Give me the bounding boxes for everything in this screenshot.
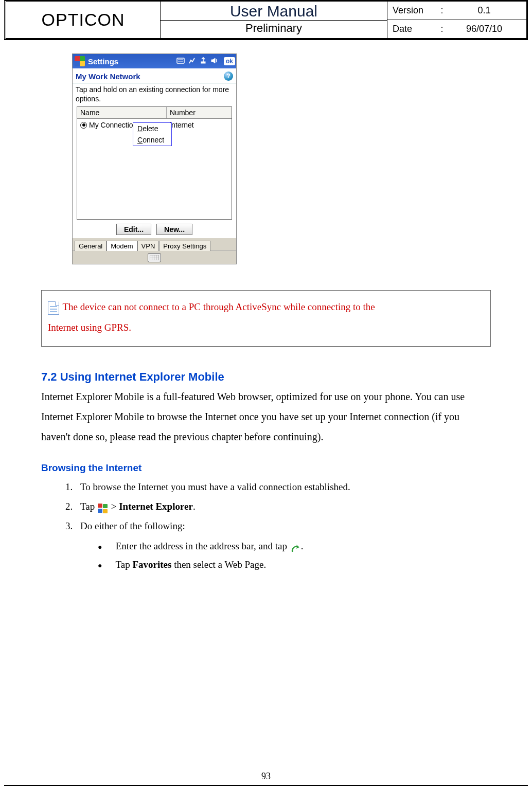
row-name: My Connection (89, 121, 137, 129)
window-titlebar: Settings ok (73, 54, 236, 68)
keyboard-icon[interactable] (148, 253, 161, 262)
meta-date-label: Date (393, 24, 437, 34)
step-1: To browse the Internet you must have a v… (75, 478, 491, 496)
svg-rect-7 (103, 509, 108, 513)
svg-rect-4 (98, 504, 102, 508)
doc-subtitle: Preliminary (161, 21, 387, 38)
sip-icon[interactable] (176, 57, 185, 66)
settings-screenshot: Settings ok (72, 53, 237, 264)
svg-rect-6 (98, 509, 102, 513)
signal-icon[interactable] (199, 57, 207, 66)
tab-proxy-settings[interactable]: Proxy Settings (159, 241, 210, 251)
meta-version-value: 0.1 (447, 5, 521, 16)
footer-rule (4, 785, 528, 786)
note-text-line1: The device can not connect to a PC throu… (60, 301, 375, 312)
instruction-text: Tap and hold on an existing connection f… (73, 83, 236, 106)
tab-bar: General Modem VPN Proxy Settings (73, 238, 236, 250)
window-title: Settings (88, 57, 176, 66)
tab-general[interactable]: General (75, 241, 107, 251)
doc-title: User Manual (161, 2, 387, 21)
tab-vpn[interactable]: VPN (137, 241, 159, 251)
context-menu-delete[interactable]: Delete (133, 123, 171, 134)
note-text-line2: Internet using GPRS. (48, 322, 131, 333)
row-number: internet (167, 119, 232, 131)
table-head: Name Number (77, 107, 232, 119)
note-box: The device can not connect to a PC throu… (41, 290, 491, 347)
svg-rect-5 (103, 504, 108, 508)
context-menu: Delete Connect (133, 122, 172, 146)
page-subheader: My Work Network ? (73, 68, 236, 83)
doc-meta: Version : 0.1 Date : 96/07/10 (387, 2, 526, 38)
go-arrow-icon (290, 542, 301, 553)
connections-table: Name Number My Connection internet Delet… (77, 106, 232, 220)
note-icon (48, 301, 59, 315)
edit-button[interactable]: Edit... (116, 224, 151, 235)
new-button[interactable]: New... (156, 224, 192, 235)
step-2: Tap > Internet Explorer. (75, 497, 491, 515)
bullet-1: Enter the address in the address bar, an… (98, 537, 491, 555)
meta-version-label: Version (393, 5, 437, 16)
bullet-2: Tap Favorites then select a Web Page. (98, 555, 491, 574)
browsing-bullets: Enter the address in the address bar, an… (41, 537, 491, 574)
col-name[interactable]: Name (77, 107, 167, 118)
button-row: Edit... New... (73, 222, 236, 238)
brand-name: OPTICON (6, 2, 161, 38)
section-7-2-para: Internet Explorer Mobile is a full-featu… (41, 387, 491, 447)
radio-selected-icon (80, 122, 87, 129)
section-7-2-heading: 7.2 Using Internet Explorer Mobile (41, 370, 491, 384)
document-header: OPTICON User Manual Preliminary Version … (4, 0, 528, 40)
start-flag-icon[interactable] (75, 56, 85, 66)
meta-date-value: 96/07/10 (447, 24, 521, 34)
ok-button[interactable]: ok (224, 57, 235, 65)
page-subheader-text: My Work Network (76, 72, 140, 81)
colon: : (437, 5, 447, 16)
tab-modem[interactable]: Modem (107, 241, 137, 251)
context-menu-connect[interactable]: Connect (133, 134, 171, 146)
col-number[interactable]: Number (167, 107, 232, 118)
browsing-heading: Browsing the Internet (41, 462, 491, 474)
doc-title-block: User Manual Preliminary (161, 2, 387, 38)
colon: : (437, 24, 447, 34)
meta-date-row: Date : 96/07/10 (387, 20, 526, 38)
meta-version-row: Version : 0.1 (387, 2, 526, 20)
volume-icon[interactable] (210, 57, 219, 66)
sip-bar (73, 250, 236, 264)
page-number: 93 (0, 771, 532, 782)
help-icon[interactable]: ? (224, 71, 233, 81)
svg-rect-0 (177, 58, 184, 63)
connectivity-icon[interactable] (188, 57, 196, 66)
start-flag-icon (97, 502, 109, 513)
svg-rect-3 (201, 62, 205, 63)
browsing-steps: To browse the Internet you must have a v… (41, 478, 491, 535)
step-3: Do either of the following: (75, 517, 491, 535)
